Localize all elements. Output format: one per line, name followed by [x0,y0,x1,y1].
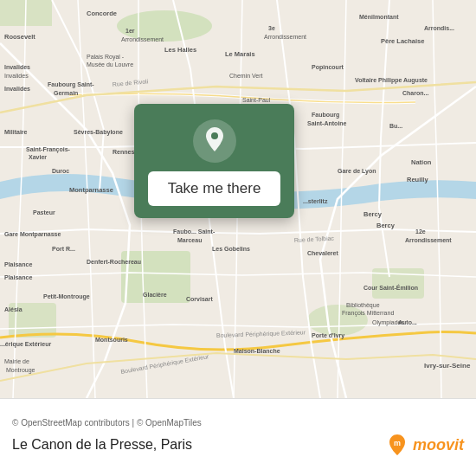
svg-text:Gare de Lyon: Gare de Lyon [338,168,376,175]
svg-text:Les Halles: Les Halles [164,46,196,54]
svg-text:Ivry-sur-Seine: Ivry-sur-Seine [424,362,471,370]
map-container: Rue de Rivoli Boulevard Périphérique Ext… [0,0,476,398]
svg-text:Montsouris: Montsouris [95,337,128,343]
moovit-logo: m moovit [385,433,464,457]
svg-text:Petit-Montrouge: Petit-Montrouge [43,293,90,300]
svg-text:Bibliothèque: Bibliothèque [346,302,380,309]
svg-text:Invalides: Invalides [4,86,30,92]
svg-text:Saint-François-: Saint-François- [26,146,71,153]
svg-text:Voltaire  Philippe Auguste: Voltaire Philippe Auguste [355,77,428,84]
svg-text:Montparnasse: Montparnasse [69,186,113,194]
svg-text:3e: 3e [268,25,275,31]
svg-text:Les Gobelins: Les Gobelins [212,246,250,252]
svg-text:Maison-Blanche: Maison-Blanche [234,348,280,354]
svg-text:Rennes: Rennes [113,149,134,155]
svg-text:Port R...: Port R... [52,246,75,252]
svg-text:Gare Montparnasse: Gare Montparnasse [4,231,61,238]
svg-text:Sèvres-Babylone: Sèvres-Babylone [74,129,123,136]
svg-text:Charon...: Charon... [402,90,428,96]
svg-text:Chevaleret: Chevaleret [307,250,338,256]
svg-text:1er: 1er [125,28,135,34]
svg-text:Cour Saint-Émilion: Cour Saint-Émilion [363,284,418,291]
svg-text:Porte d'Ivry: Porte d'Ivry [312,332,344,339]
svg-text:Popincourt: Popincourt [312,64,344,71]
bottom-bar: © OpenStreetMap contributors | © OpenMap… [0,398,476,476]
svg-text:Arrondissement: Arrondissement [121,36,164,42]
svg-text:...sterlitz: ...sterlitz [303,198,328,204]
svg-text:Corvisart: Corvisart [186,296,213,302]
svg-text:Bu...: Bu... [389,123,402,129]
svg-text:Glacière: Glacière [143,292,167,298]
take-me-there-button[interactable]: Take me there [148,171,280,206]
svg-text:Bercy: Bercy [363,210,383,218]
svg-text:Mairie de: Mairie de [4,358,29,364]
svg-text:Bercy: Bercy [376,222,396,229]
svg-text:Marceau: Marceau [177,237,202,243]
svg-text:Arrondis...: Arrondis... [424,25,454,31]
svg-text:Germain: Germain [54,90,78,96]
svg-text:Ménilmontant: Ménilmontant [359,14,399,20]
svg-text:Faubourg: Faubourg [312,112,339,119]
svg-text:Palais Royal -: Palais Royal - [87,54,125,61]
svg-text:Olympiades: Olympiades [372,319,404,326]
svg-text:Alésia: Alésia [4,306,23,312]
svg-text:Chemin Vert: Chemin Vert [229,73,263,79]
svg-text:Saint-Paul: Saint-Paul [242,97,271,103]
svg-text:Pasteur: Pasteur [33,209,55,215]
svg-text:Invalides: Invalides [4,73,29,79]
svg-text:Montrouge: Montrouge [6,367,35,374]
svg-text:Roosevelt: Roosevelt [4,33,35,41]
svg-text:Saint-Antoine: Saint-Antoine [307,120,347,126]
svg-text:Musée du Louvre: Musée du Louvre [87,61,133,68]
svg-text:...érique Extérieur: ...érique Extérieur [0,341,51,348]
svg-text:Arrondissement: Arrondissement [264,34,306,40]
svg-text:Plaisance: Plaisance [4,274,32,280]
svg-text:Nation: Nation [411,158,432,166]
svg-text:Le Marais: Le Marais [225,50,255,58]
svg-text:Duroc: Duroc [52,168,69,174]
svg-text:Faubourg Saint-: Faubourg Saint- [48,81,94,88]
svg-text:Reuilly: Reuilly [407,176,428,183]
svg-text:12e: 12e [415,228,426,235]
svg-text:Denfert-Rochereau: Denfert-Rochereau [87,259,141,265]
svg-point-80 [211,132,218,139]
svg-text:m: m [394,439,401,447]
svg-text:François Mitterrand: François Mitterrand [342,310,394,317]
map-attribution: © OpenStreetMap contributors | © OpenMap… [12,418,464,428]
svg-text:Père Lachaise: Père Lachaise [381,37,424,45]
popup-card: Take me there [134,104,294,218]
svg-text:Invalides: Invalides [4,64,30,70]
svg-text:Arrondissement: Arrondissement [405,237,452,243]
bottom-row: Le Canon de la Presse, Paris m moovit [12,433,464,457]
svg-text:Militaire: Militaire [4,129,28,135]
svg-text:Faubo... Saint-: Faubo... Saint- [173,228,215,235]
moovit-text: moovit [413,436,464,454]
moovit-icon: m [385,433,409,457]
svg-text:Xavier: Xavier [29,154,47,160]
svg-text:Concorde: Concorde [87,10,117,17]
svg-text:Plaisance: Plaisance [4,261,32,267]
place-name: Le Canon de la Presse, Paris [12,437,192,453]
location-icon [193,119,236,163]
